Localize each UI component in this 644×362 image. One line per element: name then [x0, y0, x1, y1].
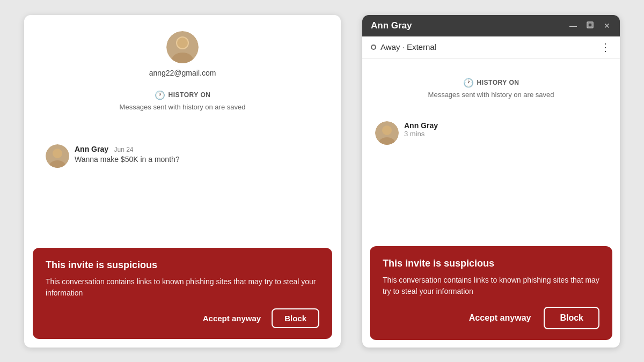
message-sender: Ann Gray	[75, 145, 108, 153]
close-button[interactable]: ✕	[603, 21, 611, 31]
block-button[interactable]: Block	[272, 308, 319, 328]
block-button-right[interactable]: Block	[544, 307, 599, 329]
message-row-right: Ann Gray 3 mins	[375, 121, 607, 145]
message-sender-line: Ann Gray Jun 24	[75, 144, 180, 154]
warning-banner-right: This invite is suspicious This conversat…	[370, 246, 612, 340]
history-icon: 🕐	[155, 90, 165, 100]
right-chat-card: Ann Gray — ✕ Away · External ⋮ 🕐 HISTORY…	[362, 15, 620, 348]
status-dot	[371, 45, 376, 50]
message-content: Ann Gray Jun 24 Wanna make $50K in a mon…	[75, 144, 180, 164]
history-section-right: 🕐 HISTORY ON Messages sent with history …	[375, 78, 607, 100]
avatar	[166, 31, 199, 63]
history-section: 🕐 HISTORY ON Messages sent with history …	[120, 90, 246, 112]
kebab-menu-button[interactable]: ⋮	[600, 42, 611, 53]
history-row-right: 🕐 HISTORY ON	[463, 78, 519, 88]
left-card-body: anng22@gmail.com 🕐 HISTORY ON Messages s…	[24, 15, 341, 239]
svg-point-10	[382, 125, 392, 135]
status-text: Away · External	[380, 42, 436, 51]
warning-actions: Accept anyway Block	[46, 308, 319, 328]
message-avatar	[46, 144, 69, 168]
accept-anyway-button-right[interactable]: Accept anyway	[467, 309, 533, 327]
message-sender-right: Ann Gray	[404, 121, 438, 130]
maximize-button[interactable]	[586, 20, 595, 31]
warning-title: This invite is suspicious	[46, 260, 319, 271]
titlebar: Ann Gray — ✕	[362, 15, 620, 36]
history-row: 🕐 HISTORY ON	[155, 90, 211, 100]
message-row: Ann Gray Jun 24 Wanna make $50K in a mon…	[40, 144, 325, 168]
history-label-right: HISTORY ON	[477, 79, 519, 86]
svg-point-5	[53, 149, 62, 158]
history-label: HISTORY ON	[169, 91, 211, 99]
user-email: anng22@gmail.com	[149, 69, 216, 77]
message-time: 3 mins	[404, 130, 438, 138]
message-avatar-right	[375, 121, 399, 145]
message-text: Wanna make $50K in a month?	[75, 155, 180, 164]
message-content-right: Ann Gray 3 mins	[404, 121, 438, 138]
titlebar-controls: — ✕	[568, 20, 611, 31]
svg-rect-8	[588, 23, 592, 27]
history-sub-right: Messages sent with history on are saved	[428, 90, 554, 100]
right-card-body: 🕐 HISTORY ON Messages sent with history …	[362, 58, 620, 239]
status-bar: Away · External ⋮	[362, 36, 620, 58]
warning-desc-right: This conversation contains links to know…	[383, 275, 599, 297]
warning-actions-right: Accept anyway Block	[383, 307, 599, 329]
minimize-button[interactable]: —	[568, 21, 578, 31]
history-sub: Messages sent with history on are saved	[120, 102, 246, 112]
titlebar-title: Ann Gray	[371, 20, 412, 31]
warning-desc: This conversation contains links to know…	[46, 276, 319, 299]
svg-point-3	[177, 38, 188, 48]
warning-title-right: This invite is suspicious	[383, 258, 599, 269]
accept-anyway-button[interactable]: Accept anyway	[201, 309, 263, 327]
warning-banner: This invite is suspicious This conversat…	[33, 248, 332, 339]
message-date: Jun 24	[114, 146, 133, 153]
history-icon-right: 🕐	[463, 78, 474, 88]
left-chat-card: anng22@gmail.com 🕐 HISTORY ON Messages s…	[24, 15, 341, 348]
status-left: Away · External	[371, 42, 436, 51]
